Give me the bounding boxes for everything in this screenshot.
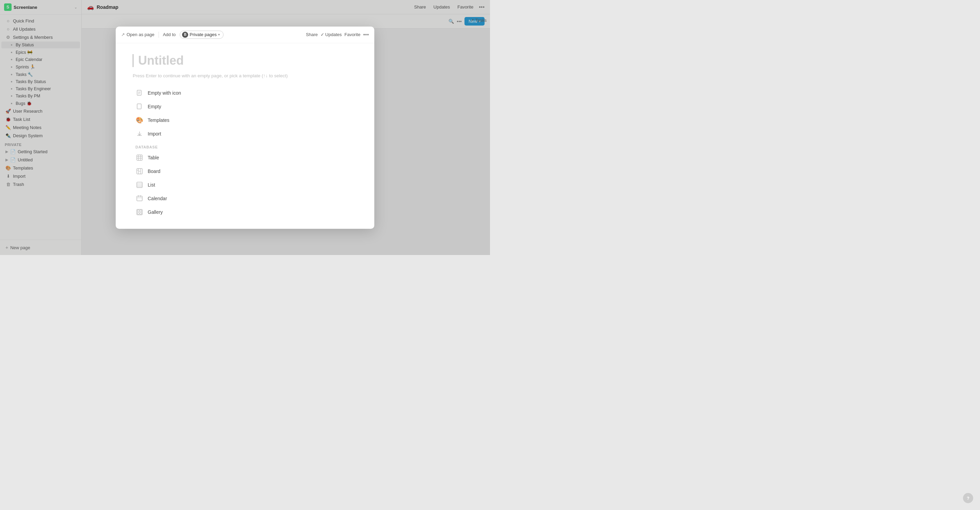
- svg-rect-27: [140, 212, 142, 214]
- modal-header: ↗ Open as page Add to B Private pages ▾ …: [116, 27, 374, 43]
- doc-icon: [135, 89, 143, 97]
- option-empty-with-icon-label: Empty with icon: [148, 90, 181, 96]
- svg-rect-19: [137, 196, 142, 201]
- option-templates-label: Templates: [148, 118, 169, 123]
- option-list[interactable]: List: [133, 178, 357, 191]
- db-section-label: DATABASE: [133, 141, 357, 150]
- expand-icon: ↗: [121, 32, 125, 37]
- modal-header-divider: [159, 32, 159, 38]
- download-icon: [135, 130, 143, 138]
- modal-header-actions: Share ✓ Updates Favorite •••: [306, 32, 369, 38]
- check-icon: ✓: [321, 32, 324, 37]
- cursor-icon: [133, 54, 134, 67]
- option-import-label: Import: [148, 131, 161, 137]
- svg-rect-25: [140, 210, 142, 212]
- option-board-label: Board: [148, 169, 160, 174]
- option-board[interactable]: Board: [133, 165, 357, 178]
- private-pages-button[interactable]: B Private pages ▾: [180, 31, 224, 39]
- modal-updates-button[interactable]: ✓ Updates: [321, 32, 342, 37]
- svg-rect-5: [137, 155, 142, 160]
- svg-rect-4: [137, 104, 141, 109]
- modal-share-button[interactable]: Share: [306, 32, 318, 37]
- gallery-icon: [135, 208, 143, 216]
- modal: ↗ Open as page Add to B Private pages ▾ …: [116, 27, 374, 229]
- open-as-page-button[interactable]: ↗ Open as page: [121, 32, 154, 37]
- option-gallery[interactable]: Gallery: [133, 206, 357, 218]
- option-import[interactable]: Import: [133, 128, 357, 140]
- doc-empty-icon: [135, 102, 143, 111]
- option-empty-with-icon[interactable]: Empty with icon: [133, 86, 357, 99]
- option-table[interactable]: Table: [133, 151, 357, 164]
- b-icon: B: [182, 32, 188, 38]
- private-pages-chevron-icon: ▾: [218, 33, 220, 37]
- option-gallery-label: Gallery: [148, 209, 163, 215]
- option-templates[interactable]: 🎨 Templates: [133, 114, 357, 127]
- templates-colorful-icon: 🎨: [135, 116, 143, 124]
- board-icon: [135, 167, 143, 175]
- modal-title-placeholder: Untitled: [138, 53, 184, 68]
- calendar-icon: [135, 194, 143, 202]
- private-pages-label: Private pages: [189, 32, 217, 37]
- option-calendar[interactable]: Calendar: [133, 192, 357, 205]
- option-calendar-label: Calendar: [148, 196, 167, 201]
- list-icon: [135, 181, 143, 189]
- open-as-page-label: Open as page: [127, 32, 154, 37]
- modal-options: Empty with icon Empty 🎨 Templates: [133, 86, 357, 218]
- modal-body: Untitled Press Enter to continue with an…: [116, 43, 374, 229]
- table-icon: [135, 153, 143, 162]
- modal-title-input[interactable]: Untitled: [133, 53, 357, 68]
- add-to-label: Add to: [163, 32, 176, 37]
- option-empty-label: Empty: [148, 104, 161, 109]
- option-empty[interactable]: Empty: [133, 100, 357, 113]
- option-list-label: List: [148, 182, 155, 188]
- modal-hint: Press Enter to continue with an empty pa…: [133, 73, 357, 78]
- modal-overlay[interactable]: ↗ Open as page Add to B Private pages ▾ …: [0, 0, 490, 255]
- modal-favorite-button[interactable]: Favorite: [344, 32, 360, 37]
- svg-rect-24: [137, 210, 139, 212]
- svg-rect-26: [137, 212, 139, 214]
- option-table-label: Table: [148, 155, 159, 160]
- modal-more-icon[interactable]: •••: [363, 32, 369, 38]
